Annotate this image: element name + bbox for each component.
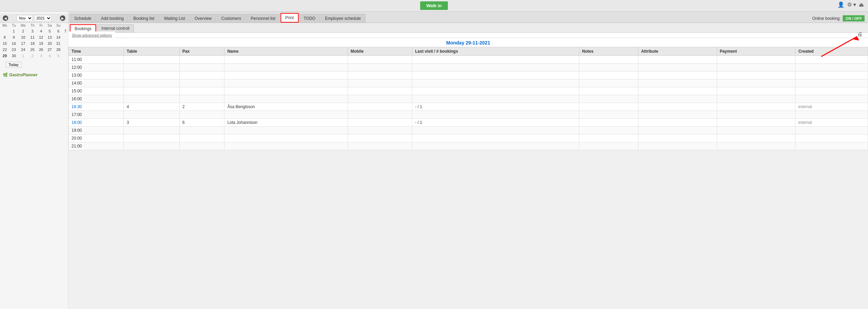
calendar-day[interactable]: 19 bbox=[37, 40, 46, 47]
calendar-day[interactable]: 15 bbox=[0, 40, 10, 47]
calendar-day[interactable]: 12 bbox=[37, 34, 46, 40]
calendar-day[interactable]: 4 bbox=[46, 53, 54, 59]
cell-name: Åsa Bengtsson bbox=[224, 103, 348, 111]
calendar-day[interactable]: 13 bbox=[46, 34, 54, 40]
table-row[interactable]: 20:00 bbox=[69, 134, 868, 142]
calendar-day[interactable]: 1 bbox=[10, 28, 18, 34]
calendar-day[interactable]: 27 bbox=[46, 47, 54, 53]
table-row[interactable]: 14:00 bbox=[69, 79, 868, 87]
cell-table bbox=[124, 127, 180, 134]
cell-table bbox=[124, 95, 180, 103]
cell-pax bbox=[179, 72, 224, 79]
calendar-day[interactable]: 24 bbox=[18, 47, 28, 53]
table-container: Time Table Pax Name Mobile Last visit / … bbox=[68, 47, 868, 309]
cell-name bbox=[224, 56, 348, 64]
cell-created bbox=[795, 142, 868, 150]
table-row[interactable]: 15:00 bbox=[69, 87, 868, 95]
cell-notes bbox=[579, 142, 638, 150]
settings-icon-button[interactable]: ⚙ ▾ bbox=[847, 1, 856, 8]
calendar-day[interactable]: 6 bbox=[54, 28, 63, 34]
calendar-day[interactable]: 5 bbox=[54, 53, 63, 59]
calendar-day[interactable]: 16 bbox=[10, 40, 18, 47]
cell-last_visit bbox=[412, 87, 579, 95]
calendar-day[interactable]: 3 bbox=[28, 28, 37, 34]
tab-customers[interactable]: Customers bbox=[217, 14, 246, 23]
calendar-day[interactable]: 8 bbox=[0, 34, 10, 40]
table-row[interactable]: 18:0036Lota Johannison- / 1internal bbox=[69, 119, 868, 127]
tab-personnel-list[interactable]: Personnel list bbox=[246, 14, 280, 23]
calendar-day[interactable]: 25 bbox=[28, 47, 37, 53]
calendar-day[interactable]: 9 bbox=[10, 34, 18, 40]
cell-name bbox=[224, 142, 348, 150]
calendar-day[interactable]: 20 bbox=[46, 40, 54, 47]
calendar-day[interactable]: 22 bbox=[0, 47, 10, 53]
month-select[interactable]: JanFebMarApr MayJunJulAug SepOctNovDec bbox=[17, 15, 33, 21]
calendar-month-year: JanFebMarApr MayJunJulAug SepOctNovDec 2… bbox=[17, 15, 52, 21]
cell-time: 12:00 bbox=[69, 64, 124, 72]
cell-payment bbox=[717, 142, 795, 150]
today-button[interactable]: Today bbox=[5, 62, 22, 68]
table-row[interactable]: 12:00 bbox=[69, 64, 868, 72]
col-mobile: Mobile bbox=[348, 47, 412, 56]
cell-notes bbox=[579, 95, 638, 103]
walk-in-button[interactable]: Walk in bbox=[420, 1, 448, 10]
tab-booking-list[interactable]: Booking list bbox=[129, 14, 159, 23]
table-row[interactable]: 16:00 bbox=[69, 95, 868, 103]
table-row[interactable]: 13:00 bbox=[69, 72, 868, 79]
cell-payment bbox=[717, 134, 795, 142]
logout-icon-button[interactable]: ⏏ bbox=[859, 1, 864, 8]
calendar-prev-button[interactable]: ◀ bbox=[3, 15, 8, 21]
calendar-day[interactable]: 10 bbox=[18, 34, 28, 40]
table-row[interactable]: 17:00 bbox=[69, 111, 868, 119]
weekday-tu: Tu bbox=[10, 23, 18, 28]
user-icon-button[interactable]: 👤 bbox=[838, 1, 844, 8]
cell-mobile bbox=[348, 103, 412, 111]
calendar-day[interactable]: 18 bbox=[28, 40, 37, 47]
cell-time: 18:00 bbox=[69, 119, 124, 127]
calendar-day[interactable]: 23 bbox=[10, 47, 18, 53]
calendar-day[interactable]: 17 bbox=[18, 40, 28, 47]
tab-waiting-list[interactable]: Waiting List bbox=[159, 14, 190, 23]
calendar-day[interactable]: 30 bbox=[10, 53, 18, 59]
calendar-day[interactable]: 14 bbox=[54, 34, 63, 40]
cell-time: 15:00 bbox=[69, 87, 124, 95]
calendar-day[interactable]: 2 bbox=[28, 53, 37, 59]
print-icon[interactable]: 🖨 bbox=[857, 31, 863, 37]
cell-mobile bbox=[348, 64, 412, 72]
main-layout: ◀ JanFebMarApr MayJunJulAug SepOctNovDec… bbox=[0, 12, 868, 309]
calendar-day[interactable]: 11 bbox=[28, 34, 37, 40]
tab-overview[interactable]: Overview bbox=[190, 14, 216, 23]
calendar-day[interactable]: 4 bbox=[37, 28, 46, 34]
calendar-day[interactable]: 2 bbox=[18, 28, 28, 34]
year-select[interactable]: 202020212022 bbox=[34, 15, 52, 21]
tab-add-booking[interactable]: Add booking bbox=[96, 14, 128, 23]
calendar-day[interactable]: 7 bbox=[63, 28, 68, 34]
calendar-day[interactable]: 3 bbox=[37, 53, 46, 59]
calendar-day[interactable]: 28 bbox=[54, 47, 63, 53]
table-row[interactable]: 11:00 bbox=[69, 56, 868, 64]
cell-table bbox=[124, 142, 180, 150]
tab-schedule[interactable]: Schedule bbox=[70, 14, 96, 23]
cell-pax bbox=[179, 56, 224, 64]
cell-pax bbox=[179, 134, 224, 142]
calendar-day[interactable]: 5 bbox=[46, 28, 54, 34]
table-row[interactable]: 16:3042Åsa Bengtsson- / 1internal bbox=[69, 103, 868, 111]
calendar-day[interactable]: 29 bbox=[0, 53, 10, 59]
table-row[interactable]: 19:00 bbox=[69, 127, 868, 134]
tab-employee-schedule[interactable]: Employee schedule bbox=[321, 14, 365, 23]
cell-pax bbox=[179, 79, 224, 87]
calendar-day[interactable]: 21 bbox=[54, 40, 63, 47]
cell-notes bbox=[579, 134, 638, 142]
cell-last_visit: - / 1 bbox=[412, 119, 579, 127]
cell-last_visit bbox=[412, 64, 579, 72]
cell-time: 11:00 bbox=[69, 56, 124, 64]
online-booking-toggle[interactable]: ON / OFF bbox=[843, 15, 865, 22]
tab-print[interactable]: Print bbox=[281, 13, 299, 23]
tab-todo[interactable]: TODO bbox=[299, 14, 320, 23]
table-row[interactable]: 21:00 bbox=[69, 142, 868, 150]
top-bar: Walk in 👤 ⚙ ▾ ⏏ bbox=[0, 0, 868, 12]
calendar-day[interactable]: 1 bbox=[18, 53, 28, 59]
cell-time: 19:00 bbox=[69, 127, 124, 134]
calendar-day[interactable]: 26 bbox=[37, 47, 46, 53]
calendar-next-button[interactable]: ▶ bbox=[60, 15, 65, 21]
